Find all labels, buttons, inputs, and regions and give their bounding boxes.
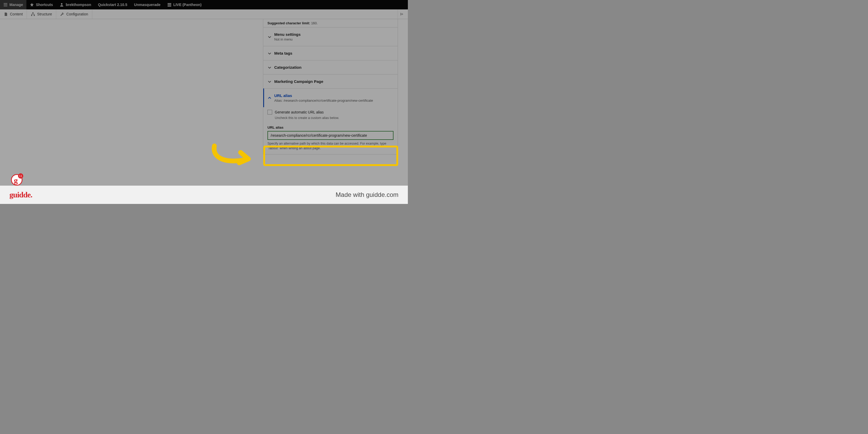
url-alias-field-label: URL alias xyxy=(268,125,394,129)
generate-alias-checkbox[interactable] xyxy=(268,110,272,115)
url-alias-field-help: Specify an alternative path by which thi… xyxy=(268,142,394,151)
marketing-title: Marketing Campaign Page xyxy=(274,79,323,84)
toggle-icon xyxy=(401,12,405,16)
unmasquerade-label: Unmasquerade xyxy=(134,3,160,7)
shortcuts-menu[interactable]: Shortcuts xyxy=(26,0,56,9)
made-with: Made with guidde.com xyxy=(336,191,398,198)
user-icon xyxy=(60,3,64,7)
section-categorization[interactable]: Categorization xyxy=(263,60,398,74)
svg-rect-2 xyxy=(167,4,171,5)
server-icon xyxy=(167,3,172,7)
configuration-link[interactable]: Configuration xyxy=(56,9,92,19)
section-url-alias[interactable]: URL alias Alias: /research-compliance/rc… xyxy=(263,88,398,107)
main-content: Suggested character limit: 160. Menu set… xyxy=(0,19,408,186)
chevron-down-icon xyxy=(268,35,272,39)
configuration-label: Configuration xyxy=(66,12,88,16)
page-icon xyxy=(4,12,8,16)
notif-count: 11 xyxy=(18,173,23,179)
svg-rect-1 xyxy=(167,3,171,4)
notif-glyph: g xyxy=(14,176,18,185)
content-link[interactable]: Content xyxy=(0,9,27,19)
toggle-orientation[interactable] xyxy=(398,9,408,19)
generate-alias-label: Generate automatic URL alias xyxy=(275,110,324,114)
url-alias-sub: Alias: /research-compliance/rcr/certific… xyxy=(274,99,373,102)
star-icon xyxy=(30,3,34,7)
chevron-down-icon xyxy=(268,80,272,84)
menu-settings-sub: Not in menu xyxy=(274,37,301,41)
svg-rect-7 xyxy=(401,13,401,16)
unmasquerade-link[interactable]: Unmasquerade xyxy=(131,0,164,9)
quickstart-link[interactable]: Quickstart 2.10.5 xyxy=(95,0,131,9)
footer: guidde. Made with guidde.com xyxy=(0,186,408,204)
shortcuts-label: Shortcuts xyxy=(36,3,53,7)
content-label: Content xyxy=(10,12,23,16)
settings-sidebar: Suggested character limit: 160. Menu set… xyxy=(263,19,398,155)
hamburger-icon xyxy=(3,3,8,7)
chevron-up-icon xyxy=(268,96,272,100)
svg-rect-3 xyxy=(167,6,171,6)
generate-alias-help: Uncheck this to create a custom alias be… xyxy=(275,116,394,120)
svg-rect-6 xyxy=(34,15,35,16)
wrench-icon xyxy=(60,12,64,16)
chevron-down-icon xyxy=(268,51,272,55)
suggested-label: Suggested character limit: xyxy=(268,21,310,25)
notification-badge[interactable]: g 11 xyxy=(11,174,23,186)
quickstart-label: Quickstart 2.10.5 xyxy=(98,3,127,7)
manage-label: Manage xyxy=(9,3,23,7)
section-marketing[interactable]: Marketing Campaign Page xyxy=(263,74,398,88)
suggested-limit: Suggested character limit: 160. xyxy=(263,19,398,27)
guidde-logo: guidde. xyxy=(9,190,32,199)
section-meta-tags[interactable]: Meta tags xyxy=(263,46,398,60)
admin-secondbar: Content Structure Configuration xyxy=(0,9,408,19)
url-alias-input[interactable] xyxy=(268,131,394,140)
structure-label: Structure xyxy=(37,12,52,16)
svg-rect-4 xyxy=(32,12,33,13)
manage-menu[interactable]: Manage xyxy=(0,0,26,9)
environment-link[interactable]: LIVE (Pantheon) xyxy=(164,0,205,9)
user-menu[interactable]: brekthompson xyxy=(56,0,94,9)
sitemap-icon xyxy=(31,12,35,16)
chevron-down-icon xyxy=(268,65,272,69)
svg-rect-5 xyxy=(31,15,32,16)
admin-topbar: Manage Shortcuts brekthompson Quickstart… xyxy=(0,0,408,9)
section-menu-settings[interactable]: Menu settings Not in menu xyxy=(263,27,398,46)
environment-label: LIVE (Pantheon) xyxy=(173,3,202,7)
suggested-value: 160. xyxy=(310,21,318,25)
url-alias-title: URL alias xyxy=(274,93,373,98)
meta-tags-title: Meta tags xyxy=(274,51,292,55)
svg-point-0 xyxy=(61,3,62,5)
generate-alias-row: Generate automatic URL alias xyxy=(268,110,394,115)
structure-link[interactable]: Structure xyxy=(27,9,56,19)
menu-settings-title: Menu settings xyxy=(274,32,301,37)
url-alias-body: Generate automatic URL alias Uncheck thi… xyxy=(263,107,398,154)
categorization-title: Categorization xyxy=(274,65,302,69)
user-label: brekthompson xyxy=(66,3,91,7)
